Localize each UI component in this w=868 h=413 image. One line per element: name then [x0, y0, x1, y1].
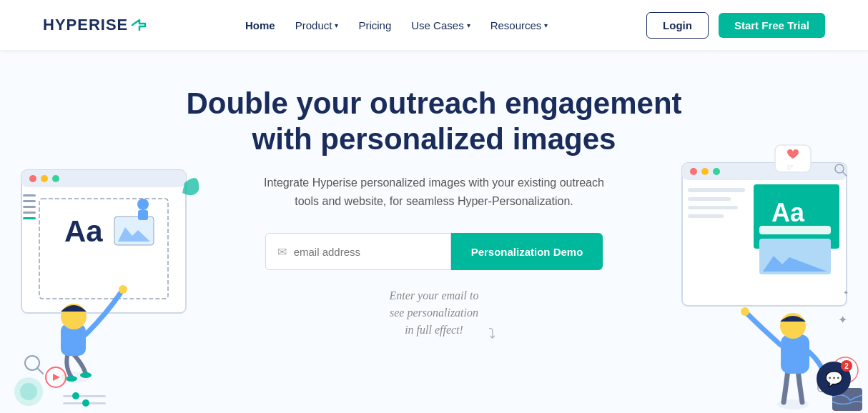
svg-rect-25 [63, 395, 106, 397]
svg-marker-24 [53, 374, 60, 381]
svg-point-35 [713, 168, 720, 175]
svg-rect-41 [688, 197, 731, 201]
logo-text: HYPERISE [43, 16, 128, 34]
demo-button[interactable]: Personalization Demo [451, 233, 603, 270]
svg-rect-12 [23, 206, 36, 208]
hero-hint: Enter your email to see personalization … [390, 287, 479, 339]
resources-chevron-icon: ▾ [544, 21, 548, 29]
chat-widget[interactable]: 💬 2 [817, 362, 851, 396]
left-illustration: Aa [0, 141, 207, 413]
svg-text:✦: ✦ [843, 289, 849, 297]
svg-point-28 [82, 399, 89, 407]
hero-section: Aa [0, 50, 868, 413]
nav-actions: Login Start Free Trial [646, 12, 825, 39]
svg-rect-9 [138, 210, 148, 220]
svg-rect-43 [688, 214, 724, 218]
login-button[interactable]: Login [646, 12, 709, 39]
hero-subtitle: Integrate Hyperise personalized images w… [255, 174, 613, 210]
svg-rect-13 [23, 212, 36, 214]
svg-point-34 [701, 168, 709, 175]
logo[interactable]: HYPERISE [43, 16, 147, 34]
svg-point-4 [52, 175, 59, 182]
start-trial-button[interactable]: Start Free Trial [719, 13, 825, 38]
nav-home[interactable]: Home [245, 19, 275, 31]
svg-rect-11 [23, 200, 36, 202]
svg-rect-10 [23, 194, 36, 196]
svg-rect-14 [23, 217, 36, 219]
email-input[interactable] [294, 246, 439, 258]
nav-pricing[interactable]: Pricing [358, 19, 391, 31]
svg-text:Aa: Aa [64, 214, 103, 248]
email-icon: ✉ [277, 245, 287, 259]
hero-form: ✉ Personalization Demo [265, 233, 603, 270]
hero-title: Double your outreach engagement with per… [186, 86, 681, 156]
svg-point-22 [20, 383, 37, 400]
svg-rect-38 [759, 226, 831, 234]
logo-arrow-icon [131, 19, 147, 31]
svg-rect-42 [688, 206, 738, 209]
svg-point-3 [41, 175, 48, 182]
svg-point-33 [690, 168, 697, 175]
usecases-chevron-icon: ▾ [467, 21, 470, 29]
nav-product[interactable]: Product ▾ [295, 19, 339, 31]
svg-point-17 [80, 372, 92, 378]
nav-links: Home Product ▾ Pricing Use Cases ▾ Resou… [245, 19, 548, 31]
svg-point-50 [741, 307, 749, 316]
svg-point-2 [29, 175, 36, 182]
navbar: HYPERISE Home Product ▾ Pricing Use Case… [0, 0, 868, 50]
svg-rect-49 [781, 334, 809, 374]
email-input-wrap: ✉ [265, 233, 451, 270]
chat-badge: 2 [841, 360, 852, 372]
svg-point-16 [66, 376, 77, 382]
svg-rect-0 [21, 170, 186, 313]
svg-point-8 [137, 199, 149, 210]
chat-icon: 💬 [825, 370, 843, 387]
svg-point-20 [119, 285, 127, 294]
svg-text:✦: ✦ [838, 314, 847, 326]
svg-text:Aa: Aa [771, 198, 805, 227]
svg-rect-40 [688, 188, 745, 192]
nav-usecases[interactable]: Use Cases ▾ [411, 19, 470, 31]
svg-point-26 [72, 392, 79, 399]
svg-line-30 [37, 368, 43, 374]
nav-resources[interactable]: Resources ▾ [490, 19, 548, 31]
product-chevron-icon: ▾ [335, 21, 338, 29]
